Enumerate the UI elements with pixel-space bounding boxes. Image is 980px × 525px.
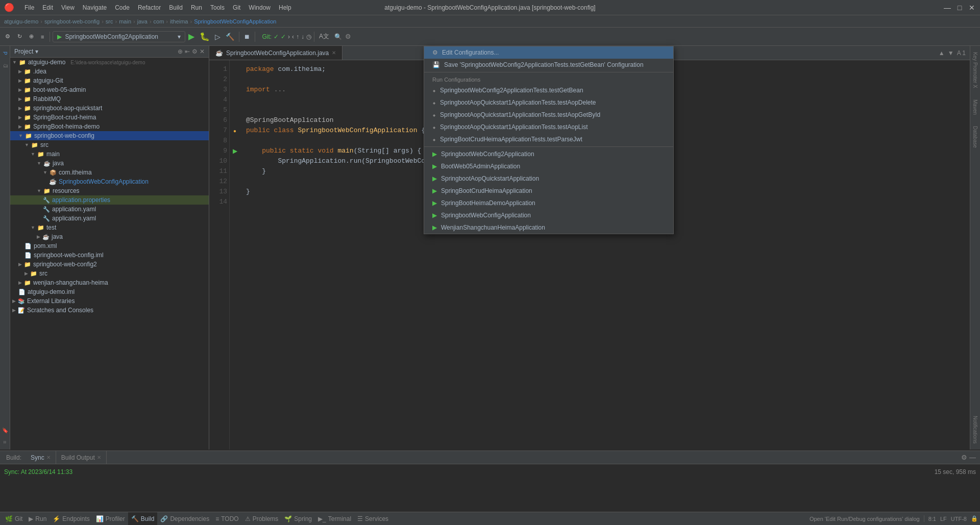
run-config-app2[interactable]: ▶ BootWeb05AdminApplication — [424, 160, 673, 172]
tree-test[interactable]: 📁 test — [10, 223, 209, 232]
collapse-all-icon[interactable]: ⇤ — [185, 48, 190, 55]
breadcrumb-java[interactable]: java — [137, 18, 148, 24]
close-button[interactable]: ✕ — [968, 4, 976, 12]
run-config-dropdown[interactable]: ▶ SpringbootWebConfig2Application ▾ — [53, 31, 185, 42]
tree-atguigu-git[interactable]: 📁 atguigu-Git — [10, 76, 209, 85]
run-config-app3[interactable]: ▶ SpringbootAopQuickstartApplication — [424, 172, 673, 185]
tree-wenjian[interactable]: 📁 wenjian-shangchuan-heima — [10, 278, 209, 287]
project-dropdown-icon[interactable]: ▾ — [35, 48, 38, 55]
tree-pom[interactable]: 📄 pom.xml — [10, 241, 209, 251]
footer-tab-terminal[interactable]: ▶_ Terminal — [315, 512, 354, 526]
footer-tab-profiler[interactable]: 📊 Profiler — [93, 512, 128, 526]
coverage-button[interactable]: ▷ — [213, 32, 223, 42]
breadcrumb-src[interactable]: src — [106, 18, 113, 24]
settings-button[interactable]: ⚙ — [345, 33, 351, 40]
tree-web-config2[interactable]: 📁 springboot-web-config2 — [10, 260, 209, 269]
tab-build-output[interactable]: Build Output ✕ — [56, 451, 107, 464]
key-promoter-tab[interactable]: Key Promoter X — [972, 48, 978, 92]
menu-file[interactable]: File — [20, 2, 38, 13]
run-config-test3[interactable]: ⬥ SpringbootAopQuickstart1ApplicationTes… — [424, 109, 673, 121]
nav-up-icon[interactable]: ▲ — [939, 49, 945, 57]
maven-tab[interactable]: Maven — [972, 95, 978, 119]
menu-help[interactable]: Help — [275, 2, 296, 13]
edit-configurations-item[interactable]: ⚙ Edit Configurations... — [424, 46, 673, 59]
tree-idea[interactable]: 📁 .idea — [10, 67, 209, 76]
commit-icon[interactable]: 🗂 — [0, 60, 10, 70]
database-tab[interactable]: Database — [972, 122, 978, 152]
tree-scratches[interactable]: 📝 Scratches and Consoles — [10, 306, 209, 315]
debug-button[interactable]: 🐛 — [198, 31, 212, 42]
toolbar-settings[interactable]: ⚙ — [2, 32, 13, 41]
menu-code[interactable]: Code — [111, 2, 134, 13]
run-config-test2[interactable]: ⬥ SpringbootAopQuickstart1ApplicationTes… — [424, 96, 673, 109]
tab-sync[interactable]: Sync ✕ — [26, 451, 56, 464]
tree-springboot-aop[interactable]: 📁 springboot-aop-quickstart — [10, 104, 209, 113]
project-icon[interactable]: P — [0, 48, 10, 58]
footer-tab-run[interactable]: ▶ Run — [26, 512, 50, 526]
tree-test-java[interactable]: ☕ java — [10, 232, 209, 241]
tree-boot-web[interactable]: 📁 boot-web-05-admin — [10, 85, 209, 94]
tree-main[interactable]: 📁 main — [10, 149, 209, 159]
run-config-app1[interactable]: ▶ SpringbootWebConfig2Application — [424, 148, 673, 160]
footer-tab-services[interactable]: ☰ Services — [354, 512, 391, 526]
tree-app-properties[interactable]: 🔧 application.properties — [10, 195, 209, 205]
tree-main-class[interactable]: ☕ SpringbootWebConfigApplication — [10, 177, 209, 186]
breadcrumb-project[interactable]: atguigu-demo — [4, 18, 38, 24]
tree-rabbitmq[interactable]: 📁 RabbitMQ — [10, 94, 209, 104]
minimize-button[interactable]: — — [943, 4, 951, 12]
breadcrumb-com[interactable]: com — [154, 18, 164, 24]
tree-springboot-crud[interactable]: 📁 SpringBoot-crud-heima — [10, 113, 209, 122]
tree-springboot-web-config[interactable]: 📁 springboot-web-config — [10, 131, 209, 140]
bottom-gear-icon[interactable]: ⚙ — [961, 454, 967, 461]
tree-src[interactable]: 📁 src — [10, 140, 209, 149]
footer-tab-dependencies[interactable]: 🔗 Dependencies — [157, 512, 212, 526]
tree-root-iml[interactable]: 📄 atguigu-demo.iml — [10, 287, 209, 296]
footer-tab-build[interactable]: 🔨 Build — [128, 512, 158, 526]
build-button[interactable]: 🔨 — [224, 32, 236, 42]
toolbar-refresh[interactable]: ⊕ — [26, 32, 37, 41]
menu-git[interactable]: Git — [229, 2, 244, 13]
menu-window[interactable]: Window — [244, 2, 275, 13]
toolbar-sync[interactable]: ↻ — [14, 32, 25, 41]
bookmark-icon[interactable]: 🔖 — [0, 425, 10, 435]
run-config-test4[interactable]: ⬥ SpringbootAopQuickstart1ApplicationTes… — [424, 121, 673, 133]
menu-tools[interactable]: Tools — [206, 2, 229, 13]
run-config-app4[interactable]: ▶ SpringBootCrudHeimaApplication — [424, 185, 673, 197]
menu-navigate[interactable]: Navigate — [79, 2, 111, 13]
menu-refactor[interactable]: Refactor — [134, 2, 165, 13]
tree-root[interactable]: 📁 atguigu-demo E:\idea-workspace\atguigu… — [10, 58, 209, 67]
menu-edit[interactable]: Edit — [38, 2, 57, 13]
run-config-test1[interactable]: ⬥ SpringbootWebConfig2ApplicationTests.t… — [424, 84, 673, 96]
tab-close-icon[interactable]: ✕ — [332, 50, 336, 56]
run-gutter-icon[interactable]: ▶ — [231, 146, 239, 156]
tree-resources[interactable]: 📁 resources — [10, 186, 209, 195]
maximize-button[interactable]: □ — [955, 4, 964, 12]
toolbar-collapse[interactable]: ≡ — [38, 32, 47, 41]
settings-icon[interactable]: ⚙ — [192, 48, 198, 55]
tree-app-yaml1[interactable]: 🔧 application.yaml — [10, 205, 209, 214]
footer-tab-git[interactable]: 🌿 Git — [2, 512, 26, 526]
menu-run[interactable]: Run — [187, 2, 206, 13]
bottom-minimize-icon[interactable]: — — [969, 454, 976, 461]
structure-icon[interactable]: ≡ — [0, 437, 10, 447]
breadcrumb-class[interactable]: SpringbootWebConfigApplication — [194, 18, 276, 24]
stop-button[interactable]: ⏹ — [242, 33, 252, 40]
tab-sync-close[interactable]: ✕ — [46, 455, 51, 460]
menu-build[interactable]: Build — [165, 2, 187, 13]
close-panel-icon[interactable]: ✕ — [200, 48, 205, 55]
search-everywhere-button[interactable]: 🔍 — [332, 33, 344, 40]
translate-button[interactable]: A文 — [317, 32, 331, 41]
breadcrumb-itheima[interactable]: itheima — [170, 18, 188, 24]
run-button[interactable]: ▶ — [186, 31, 197, 42]
save-configuration-item[interactable]: 💾 Save 'SpringbootWebConfig2ApplicationT… — [424, 59, 673, 71]
add-icon[interactable]: ⊕ — [178, 48, 183, 55]
tree-springboot-heima[interactable]: 📁 SpringBoot-heima-demo — [10, 122, 209, 131]
breadcrumb-module[interactable]: springboot-web-config — [44, 18, 100, 24]
nav-down-icon[interactable]: ▼ — [948, 49, 954, 57]
run-config-app6[interactable]: ▶ SpringbootWebConfigApplication — [424, 209, 673, 221]
run-config-app7[interactable]: ▶ WenjianShangchuanHeimaApplication — [424, 221, 673, 234]
menu-view[interactable]: View — [57, 2, 79, 13]
footer-tab-problems[interactable]: ⚠ Problems — [242, 512, 282, 526]
footer-tab-spring[interactable]: 🌱 Spring — [281, 512, 315, 526]
tree-src2[interactable]: 📁 src — [10, 269, 209, 278]
